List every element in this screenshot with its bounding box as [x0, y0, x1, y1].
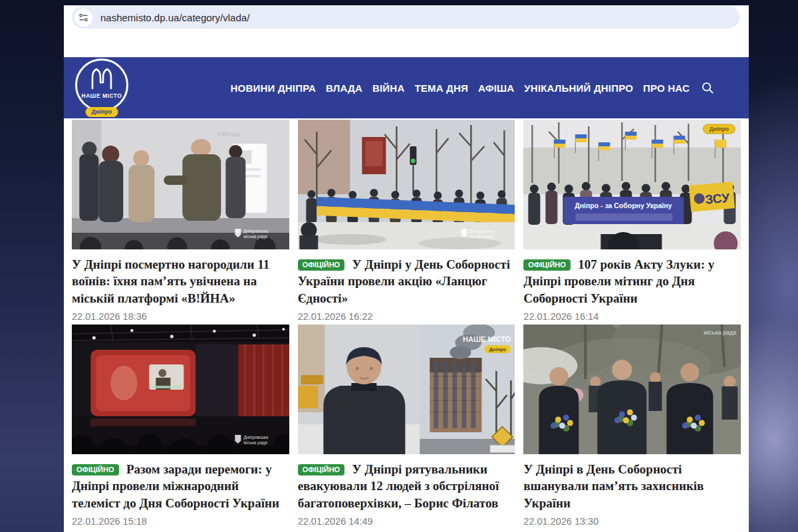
- browser-window: nashemisto.dp.ua/category/vlada/ НАШЕ МІ…: [64, 5, 749, 532]
- article-3-photo-rally-flags[interactable]: ЗСУ Дніпро - за Соборну Україну Дніпро: [523, 120, 741, 249]
- article-card: НАШЕ МІСТО Дніпро ОФІЦІЙНО У Дніпрі ряту…: [298, 325, 515, 529]
- svg-text:Дніпро - за Соборну Україну: Дніпро - за Соборну Україну: [575, 201, 672, 209]
- nav-item-viyna[interactable]: ВІЙНА: [372, 82, 404, 94]
- svg-text:Дніпро: Дніпро: [489, 346, 506, 352]
- article-datetime: 22.01.2026 14:49: [298, 516, 515, 527]
- official-badge: ОФІЦІЙНО: [72, 464, 119, 475]
- article-datetime: 22.01.2026 15:18: [72, 516, 289, 527]
- article-2-photo-unity-chain[interactable]: Дніпровська міська рада: [298, 120, 515, 249]
- article-datetime: 22.01.2026 13:30: [523, 516, 741, 527]
- official-badge: ОФІЦІЙНО: [298, 259, 345, 271]
- article-datetime: 22.01.2026 16:14: [523, 311, 741, 322]
- main-nav: НОВИНИ ДНІПРА ВЛАДА ВІЙНА ТЕМА ДНЯ АФІША…: [231, 81, 749, 94]
- article-card: міська рада У Дніпрі в День Соборності в…: [523, 325, 741, 529]
- official-badge: ОФІЦІЙНО: [298, 464, 345, 475]
- logo-circle-icon: НАШЕ МІСТО: [75, 59, 128, 112]
- svg-text:міська рада: міська рада: [469, 234, 493, 239]
- official-badge: ОФІЦІЙНО: [523, 259, 571, 271]
- wall-text: Y.DP.UA: [217, 131, 240, 138]
- nav-item-vlada[interactable]: ВЛАДА: [326, 82, 362, 94]
- article-title[interactable]: У Дніпрі посмертно нагородили 11 воїнів:…: [72, 257, 269, 305]
- article-card: ЗСУ Дніпро - за Соборну Україну Дніпро: [523, 120, 741, 325]
- address-bar[interactable]: nashemisto.dp.ua/category/vlada/: [72, 6, 739, 29]
- search-icon[interactable]: [701, 81, 714, 94]
- nav-item-unikalnyi-dnipro[interactable]: УНІКАЛЬНИЙ ДНІПРО: [524, 82, 633, 94]
- article-card: Y.DP.UA: [72, 120, 289, 325]
- svg-text:Дніпровська: Дніпровська: [469, 229, 494, 234]
- article-6-photo-memorial-flowers[interactable]: міська рада: [523, 325, 741, 454]
- nav-item-afisha[interactable]: АФІША: [478, 82, 514, 94]
- article-grid: Y.DP.UA: [64, 118, 749, 529]
- svg-text:міська рада: міська рада: [243, 440, 267, 446]
- city-council-watermark: міська рада: [704, 329, 736, 336]
- nav-item-tema-dnya[interactable]: ТЕМА ДНЯ: [414, 82, 468, 94]
- article-1-photo-award-ceremony[interactable]: Y.DP.UA: [72, 120, 289, 249]
- url-text: nashemisto.dp.ua/category/vlada/: [100, 12, 249, 23]
- nav-item-novyny-dnipra[interactable]: НОВИНИ ДНІПРА: [231, 82, 316, 94]
- article-title[interactable]: У Дніпрі в День Соборності вшанували пам…: [523, 462, 704, 510]
- article-datetime: 22.01.2026 18:36: [72, 311, 289, 322]
- logo-city-badge: Дніпро: [86, 107, 118, 117]
- article-card: Дніпровська міська рада ОФІЦІЙНО У Дніпр…: [298, 120, 515, 325]
- article-card: Дніпровська міська рада ОФІЦІЙНО Разом з…: [72, 325, 289, 529]
- browser-chrome: nashemisto.dp.ua/category/vlada/: [64, 5, 749, 57]
- svg-text:Дніпровська: Дніпровська: [243, 435, 268, 440]
- site-info-icon[interactable]: [74, 9, 92, 27]
- svg-text:міська рада: міська рада: [243, 234, 267, 239]
- corner-city-tag: Дніпро: [704, 124, 735, 134]
- site-header: НАШЕ МІСТО Дніпро НОВИНИ ДНІПРА ВЛАДА ВІ…: [64, 57, 749, 118]
- svg-text:Дніпровська: Дніпровська: [243, 229, 268, 234]
- svg-text:ЗСУ: ЗСУ: [705, 191, 731, 207]
- article-5-photo-mayor-and-shelled-building[interactable]: НАШЕ МІСТО Дніпро: [298, 325, 515, 454]
- site-logo[interactable]: НАШЕ МІСТО Дніпро: [73, 59, 130, 117]
- zsu-flag: ЗСУ: [689, 182, 735, 212]
- logo-name: НАШЕ МІСТО: [77, 92, 126, 99]
- nav-item-pro-nas[interactable]: ПРО НАС: [643, 82, 690, 94]
- svg-text:НАШЕ МІСТО: НАШЕ МІСТО: [463, 335, 511, 343]
- article-datetime: 22.01.2026 16:22: [298, 311, 515, 322]
- arches-icon: [87, 66, 116, 90]
- article-4-photo-tv-studio[interactable]: Дніпровська міська рада: [72, 325, 289, 454]
- svg-text:Дніпро: Дніпро: [710, 126, 729, 132]
